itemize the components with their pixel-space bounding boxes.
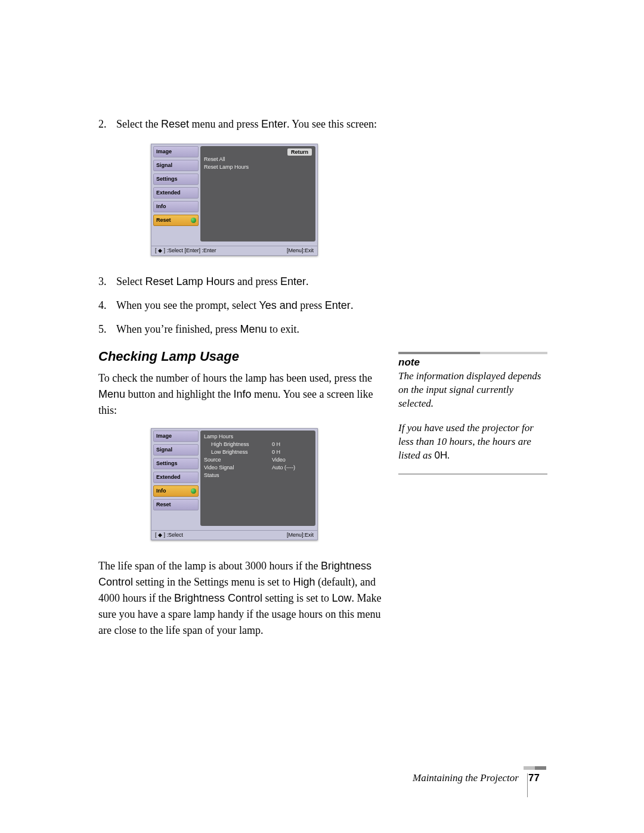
hint-exit: [Menu]:Exit — [287, 247, 314, 253]
step-number: 2. — [98, 116, 107, 132]
text: When you’re finished, press — [116, 323, 240, 335]
text: The life span of the lamp is about 3000 … — [98, 560, 321, 572]
lifespan-paragraph: The life span of the lamp is about 3000 … — [98, 558, 391, 639]
main-column: 2. Select the Reset menu and press Enter… — [98, 116, 391, 648]
ui-term: Info — [234, 388, 252, 400]
info-label: Low Brightness — [211, 449, 248, 455]
text: setting is set to — [262, 592, 332, 604]
osd-tab-image[interactable]: Image — [153, 146, 199, 157]
chapter-title: Maintaining the Projector — [413, 772, 519, 784]
menu-item[interactable]: Reset All — [204, 156, 312, 163]
ui-term: Menu — [240, 323, 267, 335]
ui-term: Enter — [280, 275, 306, 287]
osd-tab-list: ImageSignalSettingsExtendedInfoReset — [151, 429, 200, 528]
note-paragraph: If you have used the projector for less … — [398, 422, 547, 463]
osd-content-pane: Return Reset All Reset Lamp Hours — [200, 146, 315, 241]
info-row: Video SignalAuto (----) — [204, 464, 312, 472]
ui-term: High — [293, 576, 315, 588]
info-label: High Brightness — [211, 441, 249, 447]
footer-bar — [527, 773, 528, 797]
text: Select — [116, 275, 145, 287]
osd-tab-signal[interactable]: Signal — [153, 160, 199, 171]
text: press — [298, 299, 325, 311]
text: . — [351, 299, 354, 311]
step: 4.When you see the prompt, select Yes an… — [98, 298, 391, 313]
note-paragraph: The information displayed depends on the… — [398, 370, 547, 411]
osd-tab-info[interactable]: Info — [153, 201, 199, 212]
info-label: Video Signal — [204, 465, 234, 470]
info-label: Status — [204, 472, 219, 478]
hint-select: [ ◆ ] :Select [Enter] :Enter — [155, 247, 216, 253]
osd-tab-settings[interactable]: Settings — [153, 174, 199, 185]
steps-list-top: 2. Select the Reset menu and press Enter… — [98, 116, 391, 132]
info-label: Lamp Hours — [204, 433, 233, 439]
osd-body: ImageSignalSettingsExtendedInfoReset Lam… — [151, 429, 317, 530]
selected-indicator-icon — [191, 218, 196, 223]
osd-footer: [ ◆ ] :Select [Enter] :Enter [Menu]:Exit — [151, 246, 317, 255]
hint-exit: [Menu]:Exit — [287, 532, 314, 538]
osd-tab-reset[interactable]: Reset — [153, 215, 199, 226]
ui-term: Reset — [161, 118, 189, 130]
osd-menu: ImageSignalSettingsExtendedInfoReset Lam… — [151, 428, 318, 540]
text: If you have used the projector for less … — [398, 422, 534, 461]
text: . — [447, 450, 450, 461]
osd-tab-settings[interactable]: Settings — [153, 458, 199, 469]
step-2: 2. Select the Reset menu and press Enter… — [98, 116, 391, 132]
info-value: 0 H — [272, 441, 280, 448]
osd-tab-info[interactable]: Info — [153, 485, 199, 497]
text: When you see the prompt, select — [116, 299, 259, 311]
text: and press — [235, 275, 280, 287]
step-number: 3. — [98, 274, 107, 289]
info-value: Video — [272, 456, 286, 464]
text: setting in the Settings menu is set to — [133, 576, 293, 588]
side-note: note The information displayed depends o… — [398, 352, 547, 475]
intro-paragraph: To check the number of hours the lamp ha… — [98, 370, 391, 419]
step-number: 4. — [98, 298, 107, 313]
manual-page: 2. Select the Reset menu and press Enter… — [0, 0, 644, 833]
section-heading: Checking Lamp Usage — [98, 349, 391, 364]
info-value: 0 H — [272, 448, 280, 456]
ui-term: Enter — [261, 118, 287, 130]
note-rule-top — [398, 352, 547, 354]
note-title: note — [398, 357, 547, 368]
osd-tab-reset[interactable]: Reset — [153, 499, 199, 510]
menu-item[interactable]: Reset Lamp Hours — [204, 163, 312, 171]
osd-tab-signal[interactable]: Signal — [153, 444, 199, 456]
info-row: SourceVideo — [204, 456, 312, 464]
text: . — [306, 275, 309, 287]
hint-select: [ ◆ ] :Select — [155, 532, 183, 538]
text: To check the number of hours the lamp ha… — [98, 372, 372, 384]
ui-term: Reset Lamp Hours — [145, 275, 234, 287]
text: . You see this screen: — [287, 118, 377, 130]
info-row: Lamp Hours — [204, 433, 312, 441]
osd-screenshot-reset: ImageSignalSettingsExtendedInfoReset Ret… — [151, 144, 324, 256]
ui-term: Enter — [325, 299, 351, 311]
return-button[interactable]: Return — [287, 148, 312, 156]
ui-term: Low — [332, 592, 352, 604]
osd-content-pane: Lamp HoursHigh Brightness0 HLow Brightne… — [200, 431, 315, 526]
step: 5.When you’re finished, press Menu to ex… — [98, 321, 391, 337]
info-row: Low Brightness0 H — [204, 448, 312, 456]
step: 3.Select Reset Lamp Hours and press Ente… — [98, 274, 391, 289]
text: button and highlight the — [125, 388, 234, 400]
ui-term: Yes and — [259, 299, 297, 311]
selected-indicator-icon — [191, 488, 196, 494]
osd-tab-image[interactable]: Image — [153, 431, 199, 442]
osd-footer: [ ◆ ] :Select [Menu]:Exit — [151, 530, 317, 540]
page-number: 77 — [528, 772, 540, 784]
osd-body: ImageSignalSettingsExtendedInfoReset Ret… — [151, 144, 317, 246]
text: Select the — [116, 118, 161, 130]
info-row: High Brightness0 H — [204, 441, 312, 448]
ui-term: Menu — [98, 388, 125, 400]
step-number: 5. — [98, 321, 107, 337]
osd-tab-extended[interactable]: Extended — [153, 472, 199, 483]
ui-term: 0H — [434, 450, 447, 461]
osd-tab-extended[interactable]: Extended — [153, 187, 199, 199]
text: menu and press — [189, 118, 261, 130]
osd-screenshot-info: ImageSignalSettingsExtendedInfoReset Lam… — [151, 428, 324, 540]
info-row: Status — [204, 472, 312, 479]
note-rule-bottom — [398, 473, 547, 475]
page-footer: Maintaining the Projector 77 — [413, 772, 540, 784]
info-label: Source — [204, 457, 221, 463]
osd-menu: ImageSignalSettingsExtendedInfoReset Ret… — [151, 144, 318, 256]
